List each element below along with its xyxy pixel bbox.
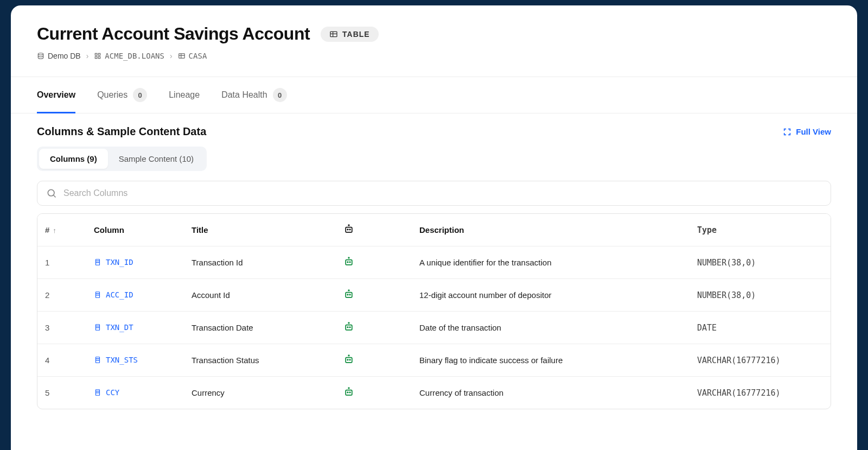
svg-rect-6 [95,56,98,59]
column-link[interactable]: CCY [94,388,119,397]
svg-point-32 [347,294,348,295]
th-number[interactable]: #↑ [37,214,86,246]
svg-rect-7 [99,56,101,59]
breadcrumb-schema[interactable]: ACME_DB.LOANS [94,52,164,60]
table-header-row: #↑ Column Title Description Type [37,214,831,246]
bot-icon [343,354,354,365]
row-title: Transaction Id [184,246,336,279]
row-type: DATE [690,312,831,344]
row-type: VARCHAR(16777216) [690,344,831,377]
column-name-text: TXN_STS [106,356,138,364]
th-title[interactable]: Title [184,214,336,246]
svg-rect-13 [346,227,352,232]
page-title: Current Account Savings Account [37,24,310,44]
svg-point-40 [347,327,348,328]
column-icon [94,258,101,266]
columns-table: #↑ Column Title Description Type 1 TXN_I… [37,213,831,409]
row-title: Currency [184,377,336,409]
breadcrumb-table[interactable]: CASA [178,52,207,60]
bot-icon [343,321,354,332]
row-number: 2 [37,279,86,312]
table-icon [178,52,186,60]
column-name-text: TXN_DT [106,323,133,332]
page-card: Current Account Savings Account TABLE De… [11,5,857,450]
th-type[interactable]: Type [690,214,831,246]
svg-point-49 [349,359,350,360]
column-link[interactable]: TXN_DT [94,323,133,332]
th-ai-generated[interactable] [336,214,412,246]
svg-point-3 [38,53,43,55]
row-type: VARCHAR(16777216) [690,377,831,409]
full-view-button[interactable]: Full View [783,127,831,136]
tab-queries[interactable]: Queries 0 [97,77,147,113]
svg-point-33 [349,294,350,295]
section-head: Columns & Sample Content Data Full View [37,125,831,138]
svg-rect-45 [346,358,352,363]
column-icon [94,356,101,364]
table-row: 5 CCY Currency Currency of transaction V… [37,377,831,409]
svg-rect-5 [99,53,101,55]
column-name-text: TXN_ID [106,258,133,267]
tab-data-health[interactable]: Data Health 0 [221,77,287,113]
table-row: 3 TXN_DT Transaction Date Date of the tr… [37,312,831,344]
search-icon [46,188,57,199]
data-health-count-badge: 0 [273,88,287,102]
subtab-sample-content[interactable]: Sample Content (10) [108,149,205,169]
svg-point-23 [348,257,349,258]
column-icon [94,389,101,396]
column-link[interactable]: TXN_STS [94,356,138,364]
queries-count-badge: 0 [133,88,147,102]
row-ai [336,279,412,312]
breadcrumb-db[interactable]: Demo DB [37,52,81,60]
svg-point-41 [349,327,350,328]
row-type: NUMBER(38,0) [690,279,831,312]
table-icon [329,30,338,39]
svg-point-17 [349,229,350,230]
svg-rect-53 [346,390,352,395]
row-number: 4 [37,344,86,377]
svg-line-12 [54,195,56,198]
row-title: Transaction Date [184,312,336,344]
chevron-right-icon: › [86,52,89,60]
svg-point-16 [347,229,348,230]
row-description: Binary flag to indicate success or failu… [412,344,690,377]
content-area: Columns & Sample Content Data Full View … [11,113,857,409]
tabs-bar: Overview Queries 0 Lineage Data Health 0 [11,77,857,113]
chevron-right-icon: › [170,52,173,60]
svg-point-11 [48,189,54,196]
table-row: 2 ACC_ID Account Id 12-digit account num… [37,279,831,312]
svg-rect-21 [346,260,352,265]
row-title: Account Id [184,279,336,312]
subtab-columns[interactable]: Columns (9) [39,149,108,169]
svg-point-48 [347,359,348,360]
page-header: Current Account Savings Account TABLE De… [11,5,857,67]
svg-point-47 [348,355,349,356]
th-description[interactable]: Description [412,214,690,246]
sort-asc-icon: ↑ [53,226,56,234]
th-column[interactable]: Column [86,214,184,246]
tab-lineage[interactable]: Lineage [169,77,200,113]
svg-point-15 [348,225,349,226]
row-description: Currency of transaction [412,377,690,409]
svg-point-39 [348,322,349,324]
column-link[interactable]: ACC_ID [94,290,133,299]
bot-icon [343,224,354,234]
bot-icon [343,289,354,300]
section-title: Columns & Sample Content Data [37,125,206,138]
search-columns-input[interactable] [63,188,822,198]
row-number: 3 [37,312,86,344]
table-row: 4 TXN_STS Transaction Status Binary flag… [37,344,831,377]
column-name-text: ACC_ID [106,290,133,299]
row-ai [336,377,412,409]
schema-icon [94,52,101,60]
search-columns-field[interactable] [37,181,831,206]
table-row: 1 TXN_ID Transaction Id A unique identif… [37,246,831,279]
svg-point-56 [347,392,348,393]
row-ai [336,344,412,377]
object-type-label: TABLE [342,30,370,39]
column-link[interactable]: TXN_ID [94,258,133,267]
expand-icon [783,128,792,136]
row-type: NUMBER(38,0) [690,246,831,279]
bot-icon [343,256,354,267]
tab-overview[interactable]: Overview [37,77,75,113]
